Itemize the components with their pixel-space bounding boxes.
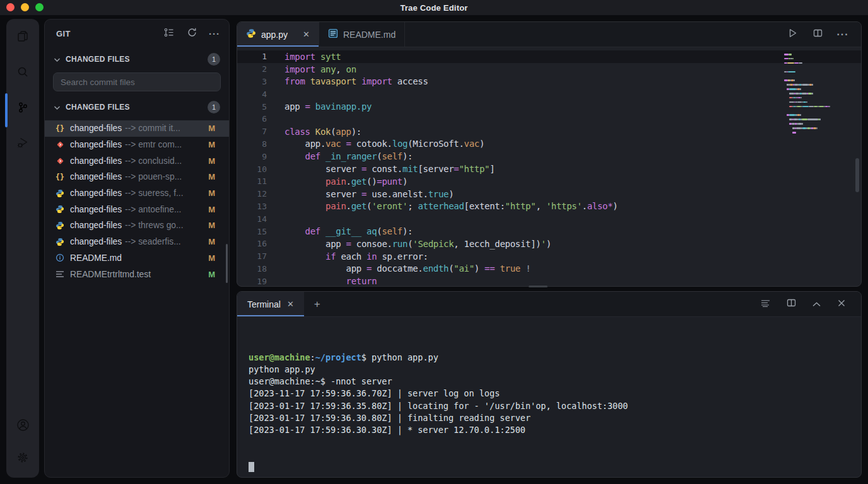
terminal-line: [2023-01-17 17:59:36.30.30Z] | * server … <box>249 424 861 436</box>
file-description: --> commit it... <box>125 124 202 133</box>
code-line[interactable]: 5app = bavinapp.py <box>237 100 861 113</box>
wrap-icon[interactable] <box>760 299 771 310</box>
code-text: app = bavinapp.py <box>284 101 372 112</box>
code-line[interactable]: 2import any, on <box>237 63 861 76</box>
modified-badge: M <box>208 270 215 279</box>
code-line[interactable]: 7class Kok(app): <box>237 125 861 138</box>
file-row[interactable]: README.mdM <box>45 250 229 267</box>
minimap-line <box>784 132 852 134</box>
section-changed-files-2[interactable]: CHANGED FILES 1 <box>45 98 229 117</box>
code-line[interactable]: 4 <box>237 88 861 100</box>
line-number: 5 <box>237 102 267 112</box>
code-line[interactable]: 18 app = doccatme.endth("ai") == true ! <box>237 263 861 275</box>
changed-files-list: {}changed-files--> commit it...Mchanged-… <box>45 120 229 282</box>
code-line[interactable]: 19 return <box>237 275 861 287</box>
editor-scrollbar[interactable] <box>855 158 859 192</box>
window-controls <box>6 3 44 11</box>
activity-item-search[interactable] <box>13 63 33 83</box>
file-row[interactable]: changed-files--> threws go...M <box>45 217 229 234</box>
file-row[interactable]: READMEtrtrltmd.testM <box>45 266 229 282</box>
tab-app-py[interactable]: app.py ✕ <box>237 22 319 47</box>
code-text: app = doccatme.endth("ai") == true ! <box>284 263 531 274</box>
code-line[interactable]: 15 def __git__ aq(self): <box>237 225 861 238</box>
activity-item-explorer[interactable] <box>13 28 33 48</box>
code-text: from tavasport import access <box>284 76 428 86</box>
minimap-line <box>784 114 852 116</box>
file-name: READMEtrtrltmd.test <box>70 270 151 279</box>
tab-terminal[interactable]: Terminal ✕ <box>237 292 304 316</box>
more-icon[interactable]: ··· <box>837 29 848 40</box>
code-line[interactable]: 12 server = use.anelst.true) <box>237 188 861 200</box>
zoom-window-button[interactable] <box>35 3 44 11</box>
close-icon[interactable]: ✕ <box>303 30 310 39</box>
file-row[interactable]: changed-files--> antoefine...M <box>45 201 229 217</box>
new-terminal-button[interactable]: + <box>304 292 331 316</box>
modified-badge: M <box>208 205 215 214</box>
close-icon[interactable] <box>836 299 847 310</box>
file-description: --> seaderfis... <box>125 237 202 246</box>
code-line[interactable]: 1import sytt <box>237 50 861 63</box>
split-icon[interactable] <box>785 299 797 310</box>
close-icon[interactable]: ✕ <box>287 299 294 309</box>
activity-item-settings[interactable] <box>13 449 33 469</box>
search-input[interactable] <box>61 78 213 87</box>
code-line[interactable]: 11 pain.get()=punt) <box>237 175 861 188</box>
terminal-line: [2023-01-17 17:59:36.35.80Z] | locating … <box>249 400 861 412</box>
code-line[interactable]: 8 app.vac = cotook.log(MicroSoft.vac) <box>237 138 861 151</box>
file-row[interactable]: changed-files--> conclusid...M <box>45 153 229 169</box>
code-line[interactable]: 3from tavasport import access <box>237 76 861 88</box>
tab-readme-md[interactable]: README.md <box>319 22 405 47</box>
file-description: --> conclusid... <box>125 156 202 166</box>
terminal-line: [2023-11-17 17:59:36.36.70Z] | server lo… <box>249 388 861 400</box>
tab-label: README.md <box>343 30 396 40</box>
minimap-line <box>784 58 852 60</box>
line-number: 1 <box>237 52 267 61</box>
chevron-up-icon[interactable] <box>811 299 822 310</box>
chevron-up-icon <box>812 299 821 310</box>
file-row[interactable]: {}changed-files--> pouen-sp...M <box>45 169 229 185</box>
code-line[interactable]: 13 pain.get('eront'; atterhead[extent:"h… <box>237 200 861 213</box>
code-line[interactable]: 17 if each in sp.error: <box>237 250 861 263</box>
file-row[interactable]: changed-files--> sueress, f...M <box>45 185 229 202</box>
gear-icon <box>16 451 30 467</box>
minimap-line <box>784 67 852 69</box>
modified-badge: M <box>208 124 215 133</box>
terminal-cursor <box>249 462 254 472</box>
close-window-button[interactable] <box>6 3 15 11</box>
code-line[interactable]: 14 <box>237 212 861 225</box>
python-icon <box>246 28 256 40</box>
minimize-window-button[interactable] <box>21 3 29 11</box>
activity-item-account[interactable] <box>13 416 33 436</box>
line-number: 6 <box>237 114 267 124</box>
activity-item-source-control[interactable] <box>13 98 33 118</box>
file-row[interactable]: changed-files--> seaderfis...M <box>45 234 229 250</box>
file-row[interactable]: changed-files--> emtr com...M <box>45 137 229 153</box>
line-number: 18 <box>237 264 267 274</box>
run-icon[interactable] <box>787 29 798 40</box>
refresh-icon[interactable] <box>186 28 197 39</box>
minimap-line <box>784 71 852 73</box>
activity-item-run-debug[interactable] <box>13 134 33 154</box>
minimap[interactable] <box>784 54 852 136</box>
split-icon[interactable] <box>812 29 823 40</box>
terminal-output[interactable]: user@machine:~/project$ python app.pypyt… <box>237 317 861 478</box>
panel-resize-handle[interactable] <box>529 285 548 287</box>
file-row[interactable]: {}changed-files--> commit it...M <box>45 120 229 137</box>
code-text: server = use.anelst.true) <box>284 189 454 199</box>
sidebar-header: GIT ··· <box>45 20 229 47</box>
git-graph-icon[interactable] <box>163 28 175 39</box>
code-area[interactable]: 1import sytt2import any, on3from tavaspo… <box>237 47 861 287</box>
code-line[interactable]: 16 app = consoe.run('Sedpick, 1ecch_depo… <box>237 238 861 250</box>
sidebar-scrollbar[interactable] <box>226 244 228 283</box>
markdown-icon <box>328 28 338 40</box>
code-line[interactable]: 9 def _in_ranger(self): <box>237 150 861 163</box>
chevron-down-icon <box>54 101 61 113</box>
list-file-icon <box>55 270 65 279</box>
more-icon[interactable]: ··· <box>209 28 220 39</box>
line-number: 9 <box>237 152 267 161</box>
line-number: 2 <box>237 64 267 74</box>
code-line[interactable]: 6 <box>237 113 861 125</box>
section-changed-files-1[interactable]: CHANGED FILES 1 <box>45 50 229 69</box>
file-description: --> pouen-sp... <box>125 172 202 182</box>
code-line[interactable]: 10 server = const.mit[server="http"] <box>237 163 861 175</box>
